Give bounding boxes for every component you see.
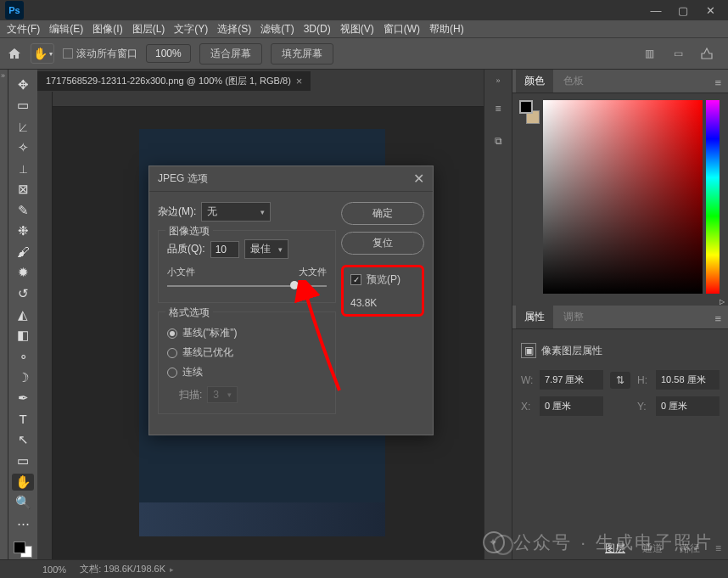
magic-wand-tool-icon[interactable]: ✧ xyxy=(12,139,34,156)
blur-tool-icon[interactable]: ∘ xyxy=(12,348,34,365)
dialog-close-icon[interactable]: ✕ xyxy=(413,171,424,187)
menu-window[interactable]: 窗口(W) xyxy=(384,22,420,36)
tab-swatches[interactable]: 色板 xyxy=(555,70,592,93)
window-close-button[interactable]: ✕ xyxy=(704,4,716,16)
dialog-title-bar[interactable]: JPEG 选项 ✕ xyxy=(149,166,433,192)
clone-stamp-tool-icon[interactable]: ✹ xyxy=(12,265,34,282)
matte-value: 无 xyxy=(207,205,217,219)
quality-preset-select[interactable]: 最佳 ▾ xyxy=(244,239,288,259)
close-tab-icon[interactable]: × xyxy=(296,75,303,87)
gradient-tool-icon[interactable]: ◧ xyxy=(12,328,34,345)
menu-image[interactable]: 图像(I) xyxy=(92,22,122,36)
fill-screen-button[interactable]: 填充屏幕 xyxy=(271,43,333,65)
slider-thumb-icon[interactable] xyxy=(290,281,299,289)
checkmark-icon: ✓ xyxy=(350,274,361,285)
properties-panel: ▣ 像素图层属性 W: 7.97 厘米 ⇅ H: 10.58 厘米 X: 0 厘… xyxy=(512,329,728,431)
preview-checkbox[interactable]: ✓ 预览(P) xyxy=(350,272,415,287)
edit-toolbar-icon[interactable]: ⋯ xyxy=(12,515,34,532)
color-swatch-pair[interactable] xyxy=(519,100,540,124)
status-doc-label: 文档: xyxy=(80,564,101,574)
history-brush-tool-icon[interactable]: ↺ xyxy=(12,285,34,302)
ok-button[interactable]: 确定 xyxy=(341,202,424,225)
left-toolbar: ✥ ▭ ⟀ ✧ ⟂ ⊠ ✎ ❉ 🖌 ✹ ↺ ◭ ◧ ∘ ☽ ✒ T ↖ ▭ ✋ … xyxy=(8,70,37,559)
hue-bar[interactable] xyxy=(706,100,720,294)
format-optimized-radio[interactable]: 基线已优化 xyxy=(167,345,327,360)
format-baseline-radio[interactable]: 基线("标准") xyxy=(167,326,327,340)
menu-edit[interactable]: 编辑(E) xyxy=(49,22,83,36)
color-panel-menu-icon[interactable]: ≡ xyxy=(708,73,728,93)
eraser-tool-icon[interactable]: ◭ xyxy=(12,306,34,323)
rectangle-tool-icon[interactable]: ▭ xyxy=(12,452,34,469)
reset-button[interactable]: 复位 xyxy=(341,232,424,255)
menu-layer[interactable]: 图层(L) xyxy=(132,22,165,36)
tab-properties[interactable]: 属性 xyxy=(516,306,553,328)
x-field[interactable]: 0 厘米 xyxy=(540,396,603,416)
menu-view[interactable]: 视图(V) xyxy=(340,22,374,36)
hand-tool-preset-icon[interactable]: ✋▾ xyxy=(31,43,54,64)
menu-bar: 文件(F) 编辑(E) 图像(I) 图层(L) 文字(Y) 选择(S) 滤镜(T… xyxy=(0,20,728,37)
tab-adjustments[interactable]: 调整 xyxy=(555,306,592,328)
document-tab[interactable]: 1717568529-12311-226x300.png @ 100% (图层 … xyxy=(37,71,311,91)
scroll-all-windows-checkbox[interactable]: 滚动所有窗口 xyxy=(63,47,137,61)
path-select-tool-icon[interactable]: ↖ xyxy=(12,432,34,449)
window-minimize-button[interactable]: — xyxy=(650,4,662,16)
format-progressive-label: 连续 xyxy=(182,365,203,379)
marquee-tool-icon[interactable]: ▭ xyxy=(12,98,34,115)
color-picker[interactable] xyxy=(543,100,721,299)
small-file-label: 小文件 xyxy=(167,266,195,278)
watermark: ✦ 公众号 · 生成电子照片 xyxy=(483,530,713,554)
menu-type[interactable]: 文字(Y) xyxy=(174,22,208,36)
menu-filter[interactable]: 滤镜(T) xyxy=(260,22,294,36)
brush-tool-icon[interactable]: 🖌 xyxy=(12,244,34,261)
color-panel-tabs: 颜色 色板 ≡ xyxy=(512,70,728,93)
color-field[interactable] xyxy=(543,100,703,294)
y-field[interactable]: 0 厘米 xyxy=(656,396,720,416)
collapsed-panel-icon-1[interactable]: ≡ xyxy=(490,100,507,117)
status-doc-chevron-icon[interactable]: ▸ xyxy=(170,565,174,574)
hand-tool-icon[interactable]: ✋ xyxy=(12,474,34,491)
lasso-tool-icon[interactable]: ⟀ xyxy=(12,118,34,135)
dodge-tool-icon[interactable]: ☽ xyxy=(12,369,34,386)
frame-tool-icon[interactable]: ⊠ xyxy=(12,181,34,198)
horizontal-ruler[interactable] xyxy=(53,92,484,107)
properties-description: 像素图层属性 xyxy=(541,344,602,358)
menu-3d[interactable]: 3D(D) xyxy=(304,23,331,35)
link-dimensions-icon[interactable]: ⇅ xyxy=(610,372,630,389)
quality-slider[interactable] xyxy=(167,280,327,292)
type-tool-icon[interactable]: T xyxy=(12,411,34,428)
quality-input[interactable] xyxy=(210,241,239,258)
matte-select[interactable]: 无 ▾ xyxy=(201,202,271,222)
chevron-down-icon: ▾ xyxy=(278,245,283,254)
width-field[interactable]: 7.97 厘米 xyxy=(540,370,603,390)
zoom-tool-icon[interactable]: 🔍 xyxy=(12,495,34,512)
status-zoom[interactable]: 100% xyxy=(42,564,66,575)
left-toggle-strip[interactable] xyxy=(0,70,8,559)
zoom-value-field[interactable]: 100% xyxy=(146,44,191,63)
home-icon[interactable] xyxy=(7,46,22,61)
menu-file[interactable]: 文件(F) xyxy=(7,22,40,36)
scroll-all-label: 滚动所有窗口 xyxy=(76,47,137,61)
eyedropper-tool-icon[interactable]: ✎ xyxy=(12,202,34,219)
move-tool-icon[interactable]: ✥ xyxy=(12,76,34,93)
layers-panel-menu-icon[interactable]: ≡ xyxy=(712,542,725,554)
watermark-sep: · xyxy=(580,532,587,553)
screen-mode-icon[interactable]: ▭ xyxy=(669,45,687,62)
arrange-documents-icon[interactable]: ▥ xyxy=(640,45,658,62)
tab-color[interactable]: 颜色 xyxy=(516,70,553,93)
format-progressive-radio[interactable]: 连续 xyxy=(167,365,327,379)
fit-screen-button[interactable]: 适合屏幕 xyxy=(199,43,262,65)
share-icon[interactable] xyxy=(697,45,716,62)
crop-tool-icon[interactable]: ⟂ xyxy=(12,160,34,177)
menu-select[interactable]: 选择(S) xyxy=(217,22,251,36)
collapsed-panel-icon-2[interactable]: ⧉ xyxy=(490,132,507,149)
height-field[interactable]: 10.58 厘米 xyxy=(656,370,720,390)
healing-brush-tool-icon[interactable]: ❉ xyxy=(12,222,34,239)
vertical-ruler[interactable] xyxy=(37,92,53,559)
properties-panel-menu-icon[interactable]: ≡ xyxy=(708,309,728,328)
foreground-background-swatch[interactable] xyxy=(12,540,34,559)
scans-value: 3 xyxy=(213,389,219,401)
preview-label: 预览(P) xyxy=(367,272,400,287)
window-maximize-button[interactable]: ▢ xyxy=(677,4,689,16)
pen-tool-icon[interactable]: ✒ xyxy=(12,390,34,407)
menu-help[interactable]: 帮助(H) xyxy=(429,22,464,36)
